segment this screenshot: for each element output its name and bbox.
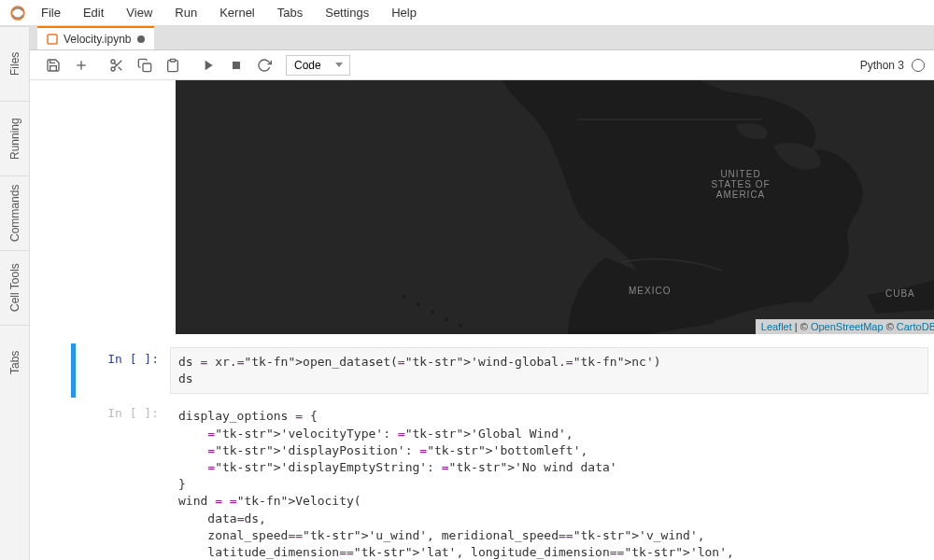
sidebar-tab-running[interactable]: Running: [0, 101, 29, 175]
copy-button[interactable]: [131, 52, 159, 78]
menu-settings[interactable]: Settings: [314, 2, 380, 23]
svg-point-15: [417, 302, 420, 306]
sidebar-tab-commands[interactable]: Commands: [0, 175, 29, 250]
svg-rect-10: [170, 59, 175, 62]
map-label-mexico: MEXICO: [629, 286, 671, 296]
dirty-indicator-icon: [137, 35, 145, 43]
svg-line-8: [114, 63, 117, 65]
svg-point-16: [431, 310, 434, 314]
cut-button[interactable]: [103, 52, 131, 78]
menu-kernel[interactable]: Kernel: [208, 2, 266, 23]
sidebar-tab-files[interactable]: Files: [0, 26, 29, 101]
sidebar-tab-celltools[interactable]: Cell Tools: [0, 250, 29, 325]
left-sidebar: Files Running Commands Cell Tools Tabs: [0, 26, 30, 560]
menu-run[interactable]: Run: [163, 2, 208, 23]
svg-point-17: [445, 317, 448, 321]
map-output: UNITEDSTATES OFAMERICA MEXICO CUBA Leafl…: [176, 80, 928, 334]
leaflet-map[interactable]: UNITEDSTATES OFAMERICA MEXICO CUBA Leafl…: [176, 80, 934, 334]
svg-rect-1: [48, 35, 57, 44]
svg-point-14: [403, 295, 406, 299]
cell-2-input[interactable]: display_options = { ="tk-str">'velocityT…: [170, 401, 928, 560]
menu-view[interactable]: View: [115, 2, 163, 23]
svg-marker-11: [205, 60, 213, 70]
map-label-usa: UNITEDSTATES OFAMERICA: [685, 169, 797, 200]
menu-edit[interactable]: Edit: [72, 2, 115, 23]
cell-2[interactable]: In [ ]: display_options = { ="tk-str">'v…: [30, 398, 934, 560]
stop-button[interactable]: [222, 52, 250, 78]
notebook-toolbar: Code Python 3: [30, 50, 934, 80]
cell-1-prompt: In [ ]:: [77, 347, 170, 394]
menu-tabs[interactable]: Tabs: [266, 2, 314, 23]
attrib-carto-link[interactable]: CartoDB: [897, 321, 934, 332]
paste-button[interactable]: [159, 52, 187, 78]
menu-help[interactable]: Help: [380, 2, 428, 23]
tab-bar: Velocity.ipynb: [30, 26, 934, 50]
kernel-status-icon[interactable]: [912, 59, 925, 72]
svg-rect-9: [143, 63, 151, 72]
sidebar-tab-tabs[interactable]: Tabs: [0, 325, 29, 399]
svg-rect-12: [233, 62, 240, 69]
menubar: File Edit View Run Kernel Tabs Settings …: [0, 0, 934, 26]
svg-point-18: [459, 324, 462, 328]
map-label-cuba: CUBA: [885, 288, 915, 299]
menu-file[interactable]: File: [30, 2, 72, 23]
tab-velocity[interactable]: Velocity.ipynb: [37, 26, 154, 49]
cell-type-select[interactable]: Code: [286, 55, 350, 76]
tab-title: Velocity.ipynb: [64, 33, 132, 46]
save-button[interactable]: [39, 52, 67, 78]
kernel-name[interactable]: Python 3: [860, 59, 904, 72]
cell-1[interactable]: In [ ]: ds = xr.="tk-fn">open_dataset(="…: [30, 343, 934, 398]
insert-cell-button[interactable]: [67, 52, 95, 78]
notebook-icon: [47, 34, 58, 45]
svg-point-4: [111, 60, 115, 63]
svg-line-7: [119, 66, 122, 70]
map-attribution: Leaflet | © OpenStreetMap © CartoDB: [756, 319, 934, 334]
cell-2-prompt: In [ ]:: [77, 401, 170, 560]
cell-1-input[interactable]: ds = xr.="tk-fn">open_dataset(="tk-str">…: [170, 347, 928, 394]
svg-point-5: [111, 67, 115, 71]
notebook-body[interactable]: UNITEDSTATES OFAMERICA MEXICO CUBA Leafl…: [30, 80, 934, 560]
attrib-osm-link[interactable]: OpenStreetMap: [811, 321, 884, 332]
restart-button[interactable]: [250, 52, 278, 78]
jupyter-logo: [0, 5, 30, 21]
run-button[interactable]: [194, 52, 222, 78]
attrib-leaflet-link[interactable]: Leaflet: [761, 321, 792, 332]
